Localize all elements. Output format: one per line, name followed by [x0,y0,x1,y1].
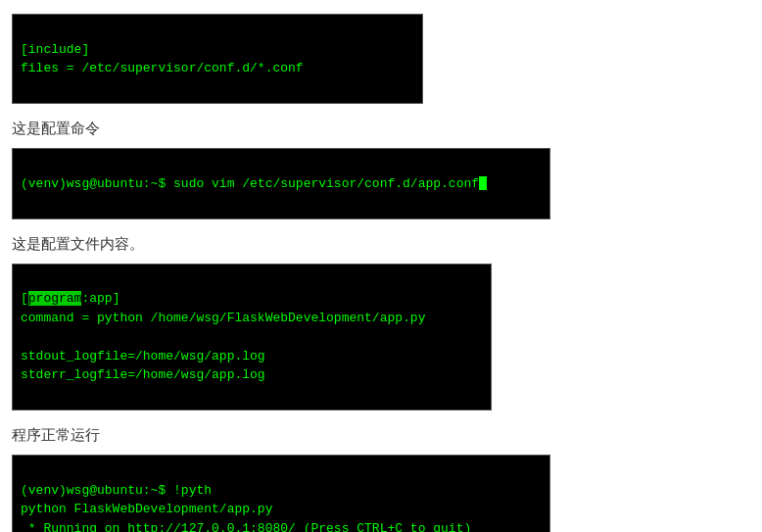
command-terminal: (venv)wsg@ubuntu:~$ sudo vim /etc/superv… [12,148,550,219]
running-section-label: 程序正常运行 [12,426,750,445]
terminal-line: [include] files = /etc/supervisor/conf.d… [21,42,304,76]
cursor-indicator [479,176,487,190]
terminal-line: (venv)wsg@ubuntu:~$ sudo vim /etc/superv… [21,176,487,191]
terminal-line: [program:app] command = python /home/wsg… [21,291,425,382]
highlight-program: program [28,291,82,306]
include-terminal: [include] files = /etc/supervisor/conf.d… [12,14,423,104]
terminal-line: (venv)wsg@ubuntu:~$ !pyth python FlaskWe… [21,483,471,533]
page-container: [include] files = /etc/supervisor/conf.d… [0,0,762,532]
command-section-label: 这是配置命令 [12,120,750,138]
content-section-label: 这是配置文件内容。 [12,235,750,254]
config-terminal: [program:app] command = python /home/wsg… [12,264,492,411]
running-terminal: (venv)wsg@ubuntu:~$ !pyth python FlaskWe… [12,455,550,532]
